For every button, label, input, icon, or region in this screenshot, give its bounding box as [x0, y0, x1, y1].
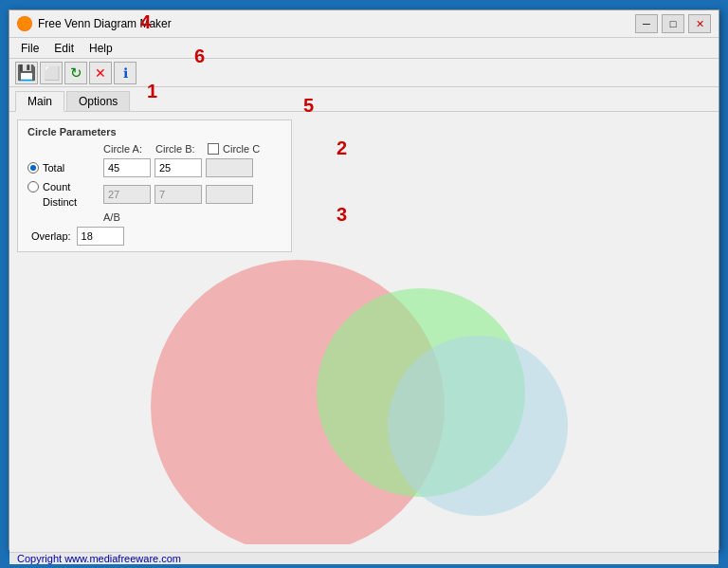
circle-c-header: Circle C: [208, 143, 260, 155]
overlap-label: Overlap:: [31, 230, 71, 242]
save-button[interactable]: 💾: [15, 62, 38, 84]
menu-file[interactable]: File: [13, 40, 46, 57]
menubar: File Edit Help: [9, 38, 719, 59]
tab-main[interactable]: Main: [15, 91, 64, 112]
main-content: Circle Parameters Circle A: Circle B: Ci…: [9, 112, 719, 552]
overlap-input[interactable]: [77, 227, 124, 246]
circle-a-header: Circle A:: [103, 143, 155, 155]
total-label: Total: [27, 162, 103, 174]
window-controls: ─ □ ✕: [635, 14, 711, 33]
circle-a-distinct-input[interactable]: [103, 185, 151, 204]
total-row: Total: [27, 158, 282, 177]
circle-c-label: Circle C: [223, 143, 260, 155]
footer: Copyright www.mediafreeware.com: [9, 552, 719, 564]
close-button[interactable]: ✕: [688, 14, 711, 33]
minimize-button[interactable]: ─: [635, 14, 658, 33]
total-radio[interactable]: [27, 162, 39, 174]
toolbar: 💾 ⬜ ↻ ✕ ℹ: [9, 59, 719, 87]
circle-c-checkbox[interactable]: [208, 143, 219, 155]
venn-area: [17, 260, 711, 544]
new-button[interactable]: ⬜: [40, 62, 63, 84]
circle-a-total-input[interactable]: [103, 158, 151, 177]
count-distinct-radio[interactable]: [27, 181, 39, 192]
window-title: Free Venn Diagram Maker: [38, 17, 172, 30]
venn-diagram: [127, 260, 601, 544]
overlap-row: Overlap:: [27, 227, 282, 246]
ab-label: A/B: [103, 211, 282, 223]
copyright-text: Copyright www.mediafreeware.com: [17, 553, 181, 564]
menu-edit[interactable]: Edit: [46, 40, 82, 57]
info-button[interactable]: ℹ: [114, 62, 136, 84]
column-headers: Circle A: Circle B: Circle C: [103, 143, 282, 155]
title-left: Free Venn Diagram Maker: [17, 16, 172, 31]
circle-c-distinct-input[interactable]: [206, 185, 253, 204]
circle-b-total-input[interactable]: [155, 158, 202, 177]
tabs-bar: Main Options: [9, 87, 719, 112]
maximize-button[interactable]: □: [662, 14, 684, 33]
circle-b-header: Circle B:: [155, 143, 208, 155]
circle-c-total-input[interactable]: [206, 158, 253, 177]
tab-options[interactable]: Options: [66, 91, 130, 111]
delete-button[interactable]: ✕: [89, 62, 112, 84]
app-icon: [17, 16, 32, 31]
count-distinct-row: Count Distinct: [27, 181, 282, 208]
circle-b-distinct-input[interactable]: [155, 185, 202, 204]
menu-help[interactable]: Help: [82, 40, 120, 57]
title-bar: Free Venn Diagram Maker ─ □ ✕: [9, 10, 719, 38]
refresh-button[interactable]: ↻: [64, 62, 87, 84]
circle-c: [388, 336, 568, 516]
circle-params-group: Circle Parameters Circle A: Circle B: Ci…: [17, 119, 292, 252]
count-distinct-label: Count Distinct: [27, 181, 103, 208]
params-title: Circle Parameters: [27, 126, 282, 137]
